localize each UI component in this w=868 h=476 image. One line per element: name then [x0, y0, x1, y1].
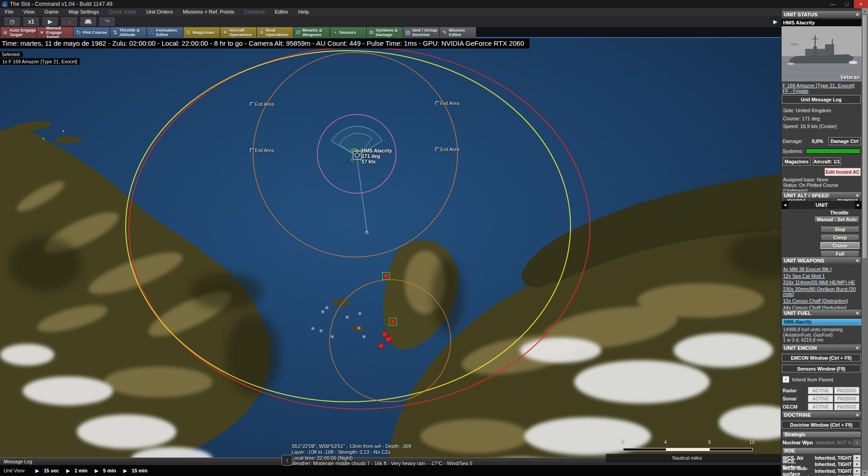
weapon-link[interactable]: 4x MM 38 Exocet Blk I [783, 267, 860, 272]
map-layers-button[interactable] [80, 16, 97, 27]
next-unit-arrow[interactable]: ► [855, 201, 862, 209]
boat-operations-button[interactable]: ≋BoatOperations [257, 27, 293, 38]
sonar-passive-button[interactable]: PASSIVE [834, 395, 859, 402]
throttle-manual-button[interactable]: Manual - Set Auto [814, 216, 859, 223]
menu-missions-ref-points[interactable]: Missions + Ref. Points [178, 8, 239, 16]
mounts-weapons-button[interactable]: ///Mounts &Weapons [293, 27, 330, 38]
sidebar-scrollbar[interactable]: ▲ ▼ [862, 8, 868, 476]
throttle-altitude-button[interactable]: ⇅Throttle &Altitude [110, 27, 146, 38]
menu-editor[interactable]: Editor [270, 8, 293, 16]
prev-unit-arrow[interactable]: ◄ [782, 201, 788, 209]
radar-active-button[interactable]: ACTIVE [808, 387, 833, 394]
weapon-link[interactable]: 230x 20mm/80 Oerlikon Burst [20 rnds] [783, 287, 860, 297]
weapon-link[interactable]: 316x 114mm/55 Mk8 HE(MP) HE [783, 280, 860, 285]
wcs-air-dropdown[interactable]: ▾ [853, 455, 861, 461]
unit-status-header[interactable]: UNIT STATUS« [782, 10, 862, 18]
menu-unit-orders[interactable]: Unit Orders [141, 8, 178, 16]
wcs-surface-dropdown[interactable]: ▾ [853, 461, 861, 467]
close-button[interactable]: × [854, 0, 868, 8]
clock-icon-button[interactable]: ◷ [4, 16, 21, 27]
exit-area-marker[interactable]: Exit Area [435, 100, 459, 106]
edit-hosted-ac-button[interactable]: Edit hosted AC [825, 168, 861, 176]
time-step-15min[interactable]: 15 min [132, 468, 147, 473]
aircraft-operations-button[interactable]: ✈AircraftOperations [220, 27, 256, 38]
magazines-list-button[interactable]: Magazines [783, 157, 811, 166]
scroll-up-icon[interactable]: ▲ [862, 8, 868, 14]
damage-value: 0,0% [812, 138, 823, 144]
emcon-window-button[interactable]: EMCON Window (Ctrl + F9) [782, 354, 861, 362]
weapon-link[interactable]: 12x Sea Cat Mod 1 [783, 274, 860, 279]
sensors-window-button[interactable]: Sensors Window (F9) [782, 365, 861, 372]
unit-group-doctrine-button[interactable]: ▤Unit / GroupDoctrine [403, 27, 439, 38]
message-log-bar[interactable]: Message Log [0, 457, 781, 465]
ownship-label[interactable]: HMS Alacrity 171 deg 17 kts [362, 148, 392, 164]
aircraft-list-button[interactable]: Aircraft: 1/1 [813, 157, 841, 166]
wcs-land-dropdown[interactable]: ▾ [853, 474, 861, 476]
unit-weapons-header[interactable]: UNIT WEAPONS« [782, 257, 862, 264]
unit-type-link[interactable]: FF - Frigate [783, 88, 808, 94]
magazines-button[interactable]: ≣Magazines [184, 27, 220, 38]
record-button[interactable]: ● [61, 16, 78, 27]
scrollbar-thumb[interactable] [862, 14, 868, 259]
systems-damage-button[interactable]: ⚙Systems &Damage [367, 27, 403, 38]
tactical-map[interactable]: Exit Area Exit Area Exit Area Exit Area … [0, 38, 781, 476]
sonar-active-button[interactable]: ACTIVE [808, 395, 833, 402]
collapse-icon[interactable]: « [855, 259, 861, 262]
menu-map-settings[interactable]: Map Settings [64, 8, 104, 16]
step-arrow-icon[interactable]: ▶ [35, 468, 39, 474]
throttle-cruise-button[interactable]: Cruise [821, 242, 859, 249]
exit-area-marker[interactable]: Exit Area [435, 147, 459, 152]
sidebar-expander[interactable]: ▶ [770, 16, 780, 27]
doctrine-window-button[interactable]: Doctrine Window (Ctrl + F9) [782, 421, 861, 428]
throttle-full-button[interactable]: Full [821, 250, 859, 257]
fuel-selected-unit[interactable]: HMS Alacrity [782, 319, 861, 325]
unit-class-link[interactable]: F 169 Amazon [Type 21, Exocet] [783, 83, 854, 88]
menu-file[interactable]: File [0, 8, 19, 16]
expand-message-log-button[interactable]: ↑ [282, 455, 292, 466]
collapse-icon[interactable]: « [855, 194, 861, 197]
time-step-5min[interactable]: 5 min [103, 468, 116, 473]
plot-course-button[interactable]: ↻Plot Course [74, 27, 110, 38]
step-arrow-icon[interactable]: ▶ [95, 468, 99, 474]
manual-engage-target-button[interactable]: ✶ManualEngage Target [37, 27, 73, 38]
menu-view[interactable]: View [19, 8, 40, 16]
unit-emcon-header[interactable]: UNIT EMCON« [782, 344, 862, 352]
inherit-checkbox[interactable]: ✓ [783, 376, 789, 383]
throttle-creep-button[interactable]: Creep [821, 234, 859, 241]
oecm-label: OECM [783, 404, 807, 409]
doctrine-header[interactable]: DOCTRINE« [782, 411, 862, 419]
menu-help[interactable]: Help [293, 8, 314, 16]
exit-area-marker[interactable]: Exit Area [250, 148, 274, 153]
mission-editor-button[interactable]: ✎MissionEditor [440, 27, 476, 38]
quick-jump-button[interactable]: ↷ [99, 16, 116, 27]
sensors-button[interactable]: ◔Sensors [330, 27, 366, 38]
step-arrow-icon[interactable]: ▶ [123, 468, 127, 474]
minimize-button[interactable]: — [826, 0, 840, 8]
unit-message-log-button[interactable]: Unit Message Log [782, 95, 861, 104]
oecm-passive-button[interactable]: PASSIVE [834, 403, 859, 410]
auto-engage-target-button[interactable]: ⊕Auto EngageTarget [0, 27, 37, 38]
maximize-button[interactable]: □ [840, 0, 854, 8]
unit-fuel-header[interactable]: UNIT FUEL« [782, 309, 862, 317]
formation-editor-button[interactable]: ∴FormationEditor [147, 27, 183, 38]
time-compression-button[interactable]: x1 [23, 16, 40, 27]
wcs-subsurface-dropdown[interactable]: ▾ [853, 468, 861, 474]
menu-game[interactable]: Game [39, 8, 63, 16]
collapse-icon[interactable]: « [855, 13, 861, 16]
oecm-active-button[interactable]: ACTIVE [808, 403, 833, 410]
unit-alt-speed-header[interactable]: UNIT ALT / SPEED« [782, 191, 862, 199]
damage-ctrl-button[interactable]: Damage Ctrl [828, 137, 861, 145]
scroll-down-icon[interactable]: ▼ [862, 470, 868, 476]
unit-view-label[interactable]: Unit View [4, 468, 24, 473]
radar-passive-button[interactable]: PASSIVE [834, 387, 859, 394]
exit-area-marker[interactable]: Exit Area [250, 101, 274, 107]
time-step-15sec[interactable]: 15 sec [44, 468, 59, 473]
time-step-1min[interactable]: 1 min [75, 468, 88, 473]
collapse-icon[interactable]: « [855, 413, 861, 416]
step-arrow-icon[interactable]: ▶ [66, 468, 70, 474]
collapse-icon[interactable]: « [855, 311, 861, 314]
throttle-stop-button[interactable]: Stop [821, 226, 859, 233]
weapon-link[interactable]: 12x Corvus Chaff [Distraction] [783, 299, 860, 304]
map-canvas[interactable] [0, 38, 781, 476]
collapse-icon[interactable]: « [855, 346, 861, 349]
